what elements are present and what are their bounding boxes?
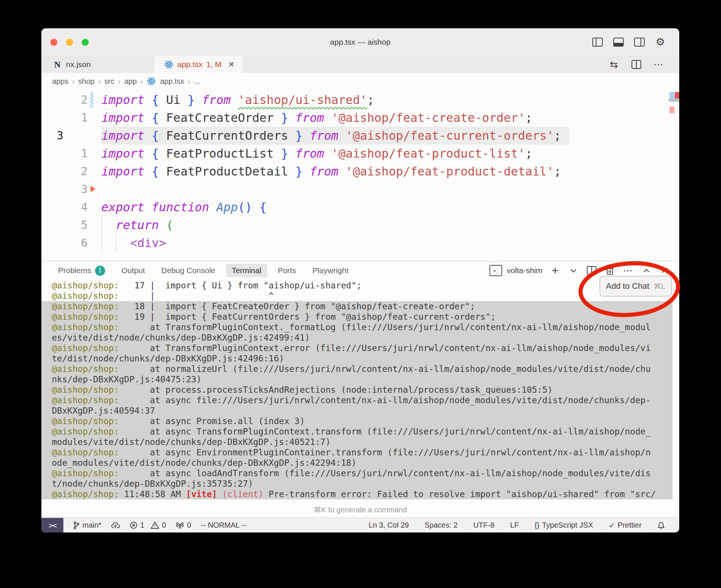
encoding-item[interactable]: UTF-8 — [473, 521, 495, 529]
add-to-chat-label: Add to Chat — [606, 281, 649, 291]
terminal-instance-name: volta-shim — [507, 266, 542, 275]
code-line[interactable]: 1import { FeatCreateOrder } from '@aisho… — [41, 109, 679, 127]
code-text: <div> — [101, 234, 166, 252]
line-number: 2 — [41, 162, 88, 180]
panel-tab-playwright[interactable]: Playwright — [306, 264, 355, 277]
new-terminal-icon[interactable]: + — [550, 265, 561, 276]
terminal-line: te/dist/node/chunks/dep-DBxKXgDP.js:4249… — [41, 353, 673, 364]
code-line[interactable]: 2import { FeatProductDetail } from '@ais… — [41, 162, 679, 180]
bottom-panel: Problems1OutputDebug ConsoleTerminalPort… — [41, 261, 679, 517]
code-text: import { FeatCreateOrder } from '@aishop… — [101, 109, 532, 127]
publish-cloud-icon[interactable] — [111, 522, 120, 529]
manage-gear-icon[interactable]: ⚙ — [655, 37, 666, 48]
breadcrumb-item-[interactable]: ... — [194, 77, 201, 86]
breadcrumb-item-shop[interactable]: shop — [78, 77, 94, 86]
check-icon: ✓ — [609, 521, 615, 530]
indentation-item[interactable]: Spaces: 2 — [425, 521, 458, 529]
panel-tab-label: Debug Console — [161, 266, 215, 275]
git-branch-icon — [73, 521, 80, 529]
line-number: 4 — [41, 198, 88, 216]
line-number: 3 — [41, 180, 88, 198]
ports-item[interactable]: 0 — [176, 521, 191, 529]
problems-count-badge: 1 — [95, 266, 105, 276]
panel-tab-output[interactable]: Output — [116, 264, 151, 277]
breadcrumb-item-apps[interactable]: apps — [52, 77, 68, 86]
editor-tab-nx.json[interactable]: Nnx.json — [41, 56, 121, 73]
terminal-dropdown-icon[interactable] — [568, 265, 579, 276]
terminal-line: @aishop/shop: at async EnvironmentPlugin… — [41, 447, 673, 458]
terminal-line: @aishop/shop: at async loadAndTransform … — [41, 468, 673, 478]
panel-tab-terminal[interactable]: Terminal — [226, 264, 267, 277]
code-editor[interactable]: 2import { Ui } from 'aishop/ui-shared';1… — [41, 89, 679, 261]
problems-errors-item[interactable]: 1 0 — [130, 521, 166, 529]
nx-logo-icon: N — [53, 60, 62, 69]
tabstrip-actions: ⇆ ⋯ — [608, 56, 679, 73]
panel-tab-label: Problems — [58, 266, 91, 275]
remote-indicator[interactable]: >< — [41, 518, 63, 532]
code-line[interactable]: 4export function App() { — [41, 198, 679, 216]
split-terminal-icon[interactable] — [586, 265, 597, 276]
terminal-output[interactable]: @aishop/shop: 17 | import { Ui } from "a… — [41, 279, 679, 499]
panel-tab-debug-console[interactable]: Debug Console — [155, 264, 221, 277]
breadcrumb-item-apptsx[interactable]: app.tsx — [160, 77, 184, 86]
code-line[interactable]: 2import { Ui } from 'aishop/ui-shared'; — [41, 91, 679, 109]
open-changes-icon[interactable]: ⇆ — [608, 59, 620, 70]
code-line[interactable]: 1import { FeatProductList } from '@aisho… — [41, 145, 679, 162]
breadcrumb-item-app[interactable]: app — [124, 77, 136, 86]
terminal-line: @aishop/shop: at async TransformPluginCo… — [41, 426, 673, 437]
terminal-line: @aishop/shop: at normalizeUrl (file:///U… — [41, 364, 673, 374]
terminal-line: @aishop/shop: at async file:///Users/jur… — [41, 395, 673, 405]
breadcrumb: apps›shop›src›app›app.tsx›... — [41, 73, 679, 89]
toggle-secondary-sidebar-icon[interactable] — [634, 37, 645, 48]
toggle-primary-sidebar-icon[interactable] — [592, 37, 603, 48]
breadcrumb-separator: › — [98, 77, 101, 86]
editor-tab-app.tsx[interactable]: app.tsx1, M✕ — [154, 56, 242, 73]
vim-mode-indicator[interactable]: -- NORMAL -- — [201, 521, 247, 529]
window-title: app.tsx — aishop — [41, 38, 679, 47]
terminal-instance[interactable]: >_ volta-shim — [489, 265, 542, 276]
add-to-chat-tooltip[interactable]: Add to Chat ⌘L — [599, 276, 672, 297]
git-branch-item[interactable]: main* — [73, 521, 101, 529]
formatter-item[interactable]: ✓ Prettier — [609, 521, 642, 530]
maximize-panel-icon[interactable] — [641, 265, 652, 276]
line-number: 6 — [41, 234, 88, 252]
terminal-line: t/node/chunks/dep-DBxKXgDP.js:35735:27) — [41, 478, 673, 489]
code-text: return ( — [101, 216, 173, 234]
modified-gutter-indicator — [90, 92, 93, 108]
code-line[interactable]: 3import { FeatCurrentOrders } from '@ais… — [41, 127, 679, 145]
terminal-line: @aishop/shop: | ^ — [41, 291, 673, 301]
braces-icon: {} — [535, 521, 539, 529]
notifications-bell-icon[interactable] — [657, 521, 665, 529]
language-mode-item[interactable]: {} TypeScript JSX — [535, 521, 593, 529]
gutter-arrow-marker — [91, 186, 95, 192]
warning-icon — [151, 521, 159, 529]
add-to-chat-shortcut: ⌘L — [654, 282, 665, 291]
breadcrumb-item-src[interactable]: src — [104, 77, 114, 86]
code-line[interactable]: 3 — [41, 180, 679, 198]
terminal-line: ode_modules/vite/dist/node/chunks/dep-DB… — [41, 458, 673, 468]
split-editor-icon[interactable] — [631, 59, 642, 70]
breadcrumb-separator: › — [188, 77, 191, 86]
titlebar: app.tsx — aishop ⚙ — [41, 28, 679, 56]
kill-terminal-icon[interactable] — [604, 265, 615, 276]
close-tab-icon[interactable]: ✕ — [228, 60, 235, 69]
panel-tab-ports[interactable]: Ports — [272, 264, 302, 277]
code-line[interactable]: 5 return ( — [41, 216, 679, 234]
error-icon — [130, 521, 138, 529]
status-bar: >< main* 1 — [41, 517, 679, 532]
terminal-line: @aishop/shop: at TransformPluginContext.… — [41, 343, 673, 353]
breadcrumb-separator: › — [118, 77, 121, 86]
close-panel-icon[interactable]: ✕ — [659, 265, 670, 276]
terminal-line: DBxKXgDP.js:40594:37 — [41, 405, 673, 416]
toggle-panel-icon[interactable] — [613, 37, 624, 48]
panel-tab-problems[interactable]: Problems1 — [52, 263, 111, 278]
cursor-position-item[interactable]: Ln 3, Col 29 — [369, 521, 409, 529]
panel-tab-label: Playwright — [312, 266, 349, 275]
more-actions-icon[interactable]: ⋯ — [653, 59, 664, 70]
line-number: 1 — [41, 145, 88, 162]
react-icon — [147, 76, 156, 86]
more-actions-icon[interactable]: ⋯ — [623, 265, 634, 276]
code-text: import { Ui } from 'aishop/ui-shared'; — [101, 91, 374, 109]
code-line[interactable]: 6 <div> — [41, 234, 679, 252]
eol-item[interactable]: LF — [510, 521, 519, 529]
